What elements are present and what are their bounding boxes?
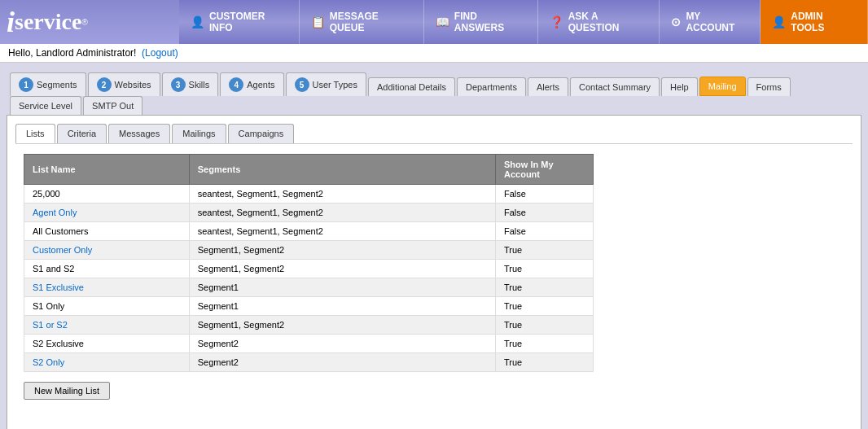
list-name-cell[interactable]: S1 or S2 (24, 316, 190, 335)
mailing-list-table: List Name Segments Show In My Account 25… (24, 154, 594, 372)
table-row: S2 OnlySegment2True (24, 353, 594, 372)
nav-label-customer-info: CUSTOMER INFO (209, 11, 287, 33)
nav-icon-ask-question: ❓ (550, 15, 563, 28)
list-name-cell[interactable]: Agent Only (24, 204, 190, 222)
nav-icon-customer-info: 👤 (191, 15, 204, 28)
list-name-link[interactable]: Agent Only (33, 208, 77, 217)
main-content: 1Segments2Websites3Skills4Agents5User Ty… (0, 63, 868, 429)
segments-cell: Segment1, Segment2 (189, 316, 495, 335)
segments-cell: Segment1 (189, 297, 495, 316)
logo-tm: ® (81, 18, 87, 27)
tab-label-help: Help (670, 82, 689, 92)
segments-cell: Segment1 (189, 278, 495, 297)
main-tab-help[interactable]: Help (661, 77, 698, 96)
nav-label-message-queue: MESSAGE QUEUE (330, 11, 412, 33)
nav-item-message-queue[interactable]: 📋MESSAGE QUEUE (300, 0, 424, 44)
list-name-cell[interactable]: Customer Only (24, 241, 190, 260)
main-tabs: 1Segments2Websites3Skills4Agents5User Ty… (7, 69, 861, 115)
list-name-cell: 25,000 (24, 185, 190, 204)
header: i service ® 👤CUSTOMER INFO📋MESSAGE QUEUE… (0, 0, 868, 44)
segments-cell: Segment2 (189, 335, 495, 353)
table-row: 25,000seantest, Segment1, Segment2False (24, 185, 594, 204)
nav-icon-admin-tools: 👤 (772, 15, 786, 28)
segments-cell: Segment2 (189, 353, 495, 372)
main-tab-agents[interactable]: 4Agents (220, 72, 283, 96)
main-tab-user-types[interactable]: 5User Types (286, 72, 366, 96)
main-tab-segments[interactable]: 1Segments (10, 72, 86, 96)
show-in-account-cell: True (496, 297, 594, 316)
logout-link[interactable]: (Logout) (142, 47, 178, 59)
table-row: All Customersseantest, Segment1, Segment… (24, 222, 594, 241)
sub-tab-messages[interactable]: Messages (108, 124, 170, 143)
nav-item-find-answers[interactable]: 📖FIND ANSWERS (424, 0, 538, 44)
list-name-link[interactable]: Customer Only (33, 245, 92, 255)
nav-label-my-account: MY ACCOUNT (686, 11, 748, 33)
main-tab-websites[interactable]: 2Websites (88, 72, 160, 96)
tab-label-agents: Agents (247, 80, 274, 90)
list-name-cell: S2 Exclusive (24, 335, 190, 353)
main-tab-mailing[interactable]: Mailing (699, 77, 746, 96)
list-name-cell[interactable]: S2 Only (24, 353, 190, 372)
new-mailing-list-button[interactable]: New Mailing List (24, 382, 110, 400)
nav-item-ask-question[interactable]: ❓ASK A QUESTION (538, 0, 660, 44)
sub-tab-criteria[interactable]: Criteria (57, 124, 107, 143)
segments-cell: seantest, Segment1, Segment2 (189, 185, 495, 204)
tab-badge-segments: 1 (19, 77, 33, 92)
main-tab-additional-details[interactable]: Additional Details (368, 77, 455, 96)
table-row: Customer OnlySegment1, Segment2True (24, 241, 594, 260)
list-name-cell[interactable]: S1 Exclusive (24, 278, 190, 297)
sub-tabs: ListsCriteriaMessagesMailingsCampaigns (15, 124, 853, 144)
tab-badge-websites: 2 (97, 77, 112, 92)
segments-cell: Segment1, Segment2 (189, 241, 495, 260)
list-name-link[interactable]: S1 or S2 (33, 320, 68, 330)
segments-cell: seantest, Segment1, Segment2 (189, 204, 495, 222)
list-name-link[interactable]: S2 Only (33, 357, 64, 367)
list-name-link[interactable]: S1 Exclusive (33, 282, 84, 292)
sub-tab-mailings[interactable]: Mailings (172, 124, 226, 143)
show-in-account-cell: True (496, 353, 594, 372)
show-in-account-cell: True (496, 241, 594, 260)
tab-label-segments: Segments (37, 80, 77, 90)
tab-label-smtp-out: SMTP Out (92, 101, 134, 111)
tab-label-additional-details: Additional Details (377, 82, 446, 92)
tab-label-skills: Skills (189, 80, 210, 90)
sub-tab-campaigns[interactable]: Campaigns (228, 124, 295, 143)
table-row: S1 or S2Segment1, Segment2True (24, 316, 594, 335)
list-name-cell: S1 Only (24, 297, 190, 316)
tab-label-websites: Websites (115, 80, 151, 90)
tab-label-forms: Forms (756, 82, 782, 92)
tab-label-contact-summary: Contact Summary (579, 82, 651, 92)
tab-badge-skills: 3 (171, 77, 186, 92)
tab-label-user-types: User Types (313, 80, 357, 90)
main-tab-forms[interactable]: Forms (747, 77, 791, 96)
table-row: Agent Onlyseantest, Segment1, Segment2Fa… (24, 204, 594, 222)
nav-item-admin-tools[interactable]: 👤ADMIN TOOLS (761, 0, 868, 44)
nav-icon-find-answers: 📖 (436, 15, 449, 28)
main-tab-smtp-out[interactable]: SMTP Out (83, 96, 142, 115)
show-in-account-cell: True (496, 278, 594, 297)
segments-cell: Segment1, Segment2 (189, 260, 495, 278)
main-tab-service-level[interactable]: Service Level (10, 96, 81, 115)
table-row: S1 and S2Segment1, Segment2True (24, 260, 594, 278)
list-name-cell: All Customers (24, 222, 190, 241)
tab-label-service-level: Service Level (19, 101, 72, 111)
show-in-account-cell: True (496, 260, 594, 278)
main-tab-contact-summary[interactable]: Contact Summary (570, 77, 660, 96)
tab-label-mailing: Mailing (708, 81, 737, 91)
nav-icon-my-account: ⊙ (671, 15, 681, 28)
show-in-account-cell: True (496, 316, 594, 335)
main-tab-skills[interactable]: 3Skills (162, 72, 219, 96)
hello-bar: Hello, Landlord Administrator! (Logout) (0, 44, 868, 63)
tab-label-departments: Departments (466, 82, 517, 92)
main-tab-alerts[interactable]: Alerts (528, 77, 568, 96)
content-box: ListsCriteriaMessagesMailingsCampaigns L… (7, 115, 861, 429)
col-show-in-account: Show In My Account (496, 155, 594, 185)
sub-tab-lists[interactable]: Lists (15, 124, 55, 143)
show-in-account-cell: False (496, 185, 594, 204)
nav-item-my-account[interactable]: ⊙MY ACCOUNT (660, 0, 761, 44)
list-name-cell: S1 and S2 (24, 260, 190, 278)
segments-cell: seantest, Segment1, Segment2 (189, 222, 495, 241)
main-tab-departments[interactable]: Departments (457, 77, 526, 96)
col-list-name: List Name (24, 155, 190, 185)
nav-item-customer-info[interactable]: 👤CUSTOMER INFO (179, 0, 300, 44)
